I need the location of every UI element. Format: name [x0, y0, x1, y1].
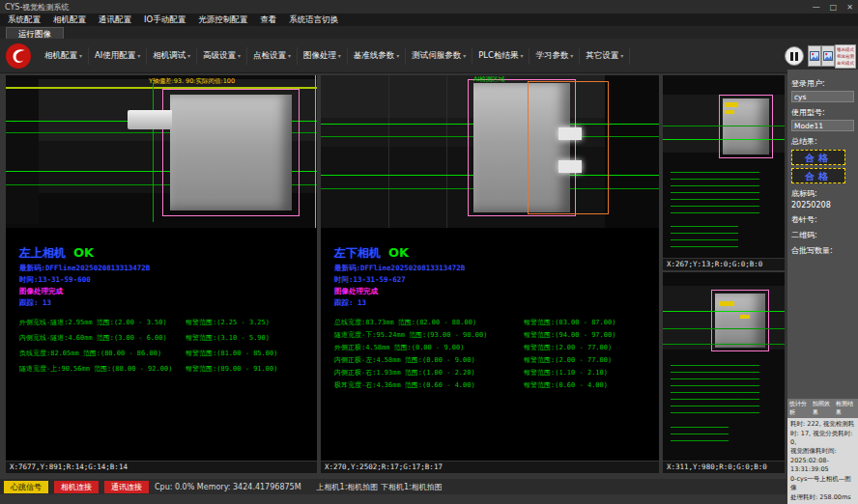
mini-text-lines	[671, 427, 729, 444]
minimize-button[interactable]: —	[813, 3, 820, 12]
result-badge-upper: 合格	[791, 150, 845, 165]
measure-alarm: 報警范围:(1.10 - 2.10)	[524, 368, 608, 378]
toolbtn-baseline-params[interactable]: 基准线参数	[348, 47, 406, 65]
tab-run-image[interactable]: 运行图像	[6, 27, 64, 39]
camera-title: 左上相机	[19, 245, 66, 262]
toolbtn-other-settings[interactable]: 其它设置	[580, 47, 630, 65]
measure-name: 隧道宽度-下:95.24mm	[334, 330, 405, 340]
login-user-value: cys	[791, 91, 854, 102]
measure-range: 范围:(93.00 - 98.00)	[409, 330, 487, 340]
mode-line-aging: 老化模式:单	[837, 60, 854, 67]
base-code-value: 20250208	[791, 201, 854, 210]
measure-alarm: 報警范围:(2.25 - 3.25)	[186, 318, 270, 327]
measure-name: 总线宽度:83.73mm	[334, 318, 394, 327]
menu-item-light-control[interactable]: 光源控制配置	[198, 14, 247, 26]
preview-panel-1: X:267;Y:13;R:0;G:0;B:0	[663, 75, 785, 270]
comm-connection-badge: 通讯连接	[104, 481, 149, 493]
result-badge-lower: 合格	[791, 168, 845, 183]
menu-item-language-switch[interactable]: 系统语言切换	[289, 14, 338, 26]
axis-offset-label: Y轴偏差:93. 90:实际闭值:100	[149, 77, 235, 86]
toolbtn-camera-debug[interactable]: 相机调试	[147, 47, 197, 65]
measurement-row: 负线宽度:82.05mm范围:(80.00 - 86.00) 報警范围:(81.…	[19, 349, 277, 358]
measurement-row: 外侧宽线-隧道:2.95mm范围:(2.00 - 3.50) 報警范围:(2.2…	[19, 318, 277, 327]
measure-alarm: 報警范围:(83.00 - 87.00)	[524, 318, 615, 327]
overlay-mark-yellow	[740, 315, 750, 319]
toolbtn-learning-params[interactable]: 学习参数	[529, 47, 580, 65]
pixel-coord-readout-preview-1: X:267;Y:13;R:0;G:0;B:0	[663, 258, 785, 270]
overlay-text-upper: 左上相机 OK 最新码:DFFline2025020813313472B 时间:…	[19, 245, 277, 379]
measure-name: 内侧正极-左:4.58mm	[334, 355, 401, 365]
toolbtn-advanced-settings[interactable]: 高级设置	[197, 47, 247, 65]
measure-range: 范围:(0.00 - 9.00)	[405, 355, 475, 365]
menu-item-view[interactable]: 查看	[260, 14, 276, 26]
menu-item-io-manual[interactable]: IO手动配置	[144, 14, 186, 26]
machinery-edge	[388, 75, 389, 228]
menubar: 系统配置 相机配置 通讯配置 IO手动配置 光源控制配置 查看 系统语言切换	[0, 14, 858, 26]
pause-icon	[790, 52, 798, 61]
close-button[interactable]: ✕	[846, 3, 853, 12]
menu-item-system-config[interactable]: 系统配置	[8, 14, 41, 26]
batch-count-label: 合批写数量:	[791, 245, 854, 256]
connector-part	[128, 110, 172, 129]
measurement-list: 总线宽度:83.73mm范围:(82.00 - 88.00) 報警范围:(83.…	[334, 318, 615, 390]
preview-image-1[interactable]	[663, 75, 785, 258]
stats-tab-photo[interactable]: 拍照效果	[813, 400, 833, 417]
titlebar: CYS-视觉检测系统 — □ ✕	[0, 0, 858, 14]
mode-status-box: 曝光模式:单 视觉检测:单 老化模式:单	[835, 44, 856, 69]
maximize-button[interactable]: □	[830, 3, 838, 12]
time-line: 时间:13-31-59-627	[334, 275, 615, 285]
measure-range: 范围:(3.00 - 6.00)	[97, 333, 167, 343]
pause-button[interactable]	[785, 46, 804, 66]
image-icon	[810, 50, 819, 62]
camera-image-upper[interactable]: Y轴偏差:93. 90:实际闭值:100	[6, 75, 317, 228]
stats-body: 耗时: 222, 视觉检测耗 时: 17, 视觉分类耗时: 0, 视觉图像耗时间…	[787, 418, 858, 504]
window-title: CYS-视觉检测系统	[5, 2, 69, 13]
menu-item-comm-config[interactable]: 通讯配置	[99, 14, 131, 26]
stats-tab-analysis[interactable]: 统计分析	[789, 400, 810, 417]
heartbeat-status-badge: 心跳信号	[4, 481, 48, 493]
stats-tabs: 统计分析 拍照效果 检测结果	[787, 399, 858, 418]
measurement-row: 内侧宽线-隧道:4.60mm范围:(3.00 - 6.00) 報警范围:(3.1…	[19, 333, 277, 343]
toolbtn-servo-test-params[interactable]: 测试伺服参数	[406, 47, 472, 65]
model-select[interactable]: Mode11	[791, 120, 854, 131]
machinery-edge	[446, 75, 447, 228]
edge-line-yellow	[315, 75, 316, 228]
pixel-coord-readout-upper: X:7677,Y:891;R:14;G:14;B:14	[6, 461, 317, 473]
measurement-row: 外侧正极:4.58mm范围:(0.00 - 9.00) 報警范围:(2.00 -…	[334, 343, 615, 352]
snapshot-button-lower[interactable]	[821, 45, 835, 67]
measure-alarm: 報警范围:(2.00 - 77.00)	[524, 343, 612, 352]
mini-text-lines	[671, 172, 759, 218]
measure-range: 范围:(88.00 - 92.00)	[94, 364, 172, 374]
stats-line: 时: 17, 视觉分类耗时: 0,	[790, 430, 855, 448]
measure-name: 内侧正极-右:1.93mm	[334, 368, 401, 378]
toolbar: 相机配置 AI使用配置 相机调试 高级设置 点检设置 图像处理 基准线参数 测试…	[0, 39, 858, 73]
measurement-row: 隧道宽度-下:95.24mm范围:(93.00 - 98.00) 報警范围:(9…	[334, 330, 615, 340]
result-ok-badge: OK	[388, 245, 409, 260]
total-result-label: 总结果:	[791, 136, 854, 147]
toolbtn-ai-config[interactable]: AI使用配置	[89, 47, 147, 65]
measure-alarm: 報警范围:(81.00 - 85.00)	[186, 349, 277, 358]
toolbtn-image-processing[interactable]: 图像处理	[298, 47, 348, 65]
toolbtn-camera-config[interactable]: 相机配置	[39, 47, 89, 65]
camera-image-lower[interactable]: AI检测区域	[321, 75, 659, 228]
pixel-coord-readout-preview-2: X:311,Y:980;R:0;G:0;B:0	[663, 461, 785, 473]
camera-panel-upper: Y轴偏差:93. 90:实际闭值:100 左上相机 OK 最新码:DFFline…	[6, 75, 317, 473]
stats-tab-result[interactable]: 检测结果	[836, 400, 856, 417]
measurement-list: 外侧宽线-隧道:2.95mm范围:(2.00 - 3.50) 報警范围:(2.2…	[19, 318, 277, 374]
menu-item-camera-config[interactable]: 相机配置	[53, 14, 86, 26]
bright-tab	[558, 127, 582, 140]
snapshot-button-upper[interactable]	[808, 45, 821, 67]
measure-name: 内侧宽线-隧道:4.60mm	[19, 333, 93, 343]
ai-region-label: AI检测区域	[473, 75, 504, 84]
mode-line-exposure: 曝光模式:单	[837, 46, 854, 53]
measure-name: 外侧正极:4.58mm	[334, 343, 390, 352]
measure-range: 范围:(0.60 - 4.00)	[405, 380, 475, 390]
toolbtn-spot-check[interactable]: 点检设置	[247, 47, 298, 65]
toolbtn-plc-results[interactable]: PLC检结果	[472, 47, 529, 65]
pixel-coord-readout-lower: X:270,Y:2502;R:17;G:17;B:17	[321, 461, 659, 473]
measure-range: 范围:(82.00 - 88.00)	[398, 318, 476, 327]
overlay-text-lower: 左下相机 OK 最新码:DFFline2025020813313472B 时间:…	[334, 245, 615, 393]
process-done-line: 图像处理完成	[19, 287, 277, 296]
preview-image-2[interactable]	[663, 272, 785, 461]
tool-button-row: 相机配置 AI使用配置 相机调试 高级设置 点检设置 图像处理 基准线参数 测试…	[39, 47, 630, 65]
